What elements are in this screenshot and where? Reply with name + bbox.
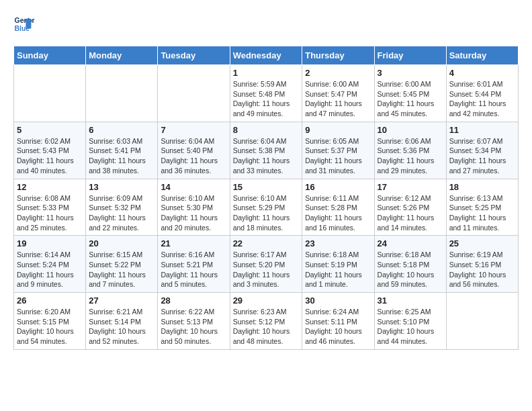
calendar-cell: 15Sunrise: 6:10 AM Sunset: 5:29 PM Dayli… (230, 179, 302, 236)
day-number: 6 (89, 125, 154, 135)
day-number: 29 (233, 295, 300, 306)
day-info: Sunrise: 6:09 AM Sunset: 5:32 PM Dayligh… (89, 193, 154, 233)
day-number: 11 (449, 125, 515, 135)
day-number: 3 (378, 68, 443, 78)
calendar-cell: 14Sunrise: 6:10 AM Sunset: 5:30 PM Dayli… (158, 179, 230, 236)
day-info: Sunrise: 6:05 AM Sunset: 5:37 PM Dayligh… (305, 136, 371, 176)
day-info: Sunrise: 6:14 AM Sunset: 5:24 PM Dayligh… (17, 250, 83, 289)
day-info: Sunrise: 6:10 AM Sunset: 5:30 PM Dayligh… (161, 193, 226, 233)
calendar-cell: 8Sunrise: 6:04 AM Sunset: 5:38 PM Daylig… (230, 122, 302, 179)
day-info: Sunrise: 6:04 AM Sunset: 5:40 PM Dayligh… (161, 136, 226, 176)
day-number: 19 (17, 238, 83, 248)
day-number: 9 (305, 125, 371, 135)
calendar-cell: 21Sunrise: 6:16 AM Sunset: 5:21 PM Dayli… (158, 236, 230, 293)
calendar-cell: 9Sunrise: 6:05 AM Sunset: 5:37 PM Daylig… (302, 122, 374, 179)
day-number: 27 (89, 295, 154, 306)
weekday-header-saturday: Saturday (446, 46, 518, 65)
weekday-header-sunday: Sunday (14, 46, 86, 65)
calendar-week-row: 1Sunrise: 5:59 AM Sunset: 5:48 PM Daylig… (14, 65, 519, 122)
day-info: Sunrise: 5:59 AM Sunset: 5:48 PM Dayligh… (233, 79, 300, 119)
day-number: 22 (233, 238, 300, 248)
calendar-cell: 20Sunrise: 6:15 AM Sunset: 5:22 PM Dayli… (86, 236, 158, 293)
day-info: Sunrise: 6:12 AM Sunset: 5:26 PM Dayligh… (378, 193, 443, 233)
calendar-cell (158, 65, 230, 122)
day-number: 10 (378, 125, 443, 135)
day-info: Sunrise: 6:25 AM Sunset: 5:10 PM Dayligh… (378, 307, 443, 347)
calendar-cell: 29Sunrise: 6:23 AM Sunset: 5:12 PM Dayli… (230, 293, 302, 350)
day-info: Sunrise: 6:22 AM Sunset: 5:13 PM Dayligh… (161, 307, 226, 347)
day-number: 1 (233, 68, 300, 78)
weekday-header-friday: Friday (374, 46, 446, 65)
calendar-cell: 27Sunrise: 6:21 AM Sunset: 5:14 PM Dayli… (86, 293, 158, 350)
weekday-header-wednesday: Wednesday (230, 46, 302, 65)
day-number: 4 (449, 68, 515, 78)
weekday-header-monday: Monday (86, 46, 158, 65)
day-number: 23 (305, 238, 371, 248)
calendar-cell (14, 65, 86, 122)
day-number: 13 (89, 182, 154, 192)
day-number: 24 (378, 238, 443, 248)
day-info: Sunrise: 6:04 AM Sunset: 5:38 PM Dayligh… (233, 136, 300, 176)
day-number: 16 (305, 182, 371, 192)
day-number: 26 (17, 295, 83, 306)
calendar-week-row: 26Sunrise: 6:20 AM Sunset: 5:15 PM Dayli… (14, 293, 519, 350)
day-info: Sunrise: 6:18 AM Sunset: 5:18 PM Dayligh… (378, 250, 443, 289)
calendar-cell: 12Sunrise: 6:08 AM Sunset: 5:33 PM Dayli… (14, 179, 86, 236)
day-info: Sunrise: 6:01 AM Sunset: 5:44 PM Dayligh… (449, 79, 515, 119)
calendar-table: SundayMondayTuesdayWednesdayThursdayFrid… (13, 46, 519, 350)
day-info: Sunrise: 6:10 AM Sunset: 5:29 PM Dayligh… (233, 193, 300, 233)
weekday-header-thursday: Thursday (302, 46, 374, 65)
day-info: Sunrise: 6:00 AM Sunset: 5:45 PM Dayligh… (378, 79, 443, 119)
day-info: Sunrise: 6:18 AM Sunset: 5:19 PM Dayligh… (305, 250, 371, 289)
logo-icon: General Blue (13, 13, 35, 35)
day-info: Sunrise: 6:11 AM Sunset: 5:28 PM Dayligh… (305, 193, 371, 233)
day-number: 7 (161, 125, 226, 135)
day-number: 28 (161, 295, 226, 306)
calendar-week-row: 5Sunrise: 6:02 AM Sunset: 5:43 PM Daylig… (14, 122, 519, 179)
day-number: 20 (89, 238, 154, 248)
calendar-cell: 26Sunrise: 6:20 AM Sunset: 5:15 PM Dayli… (14, 293, 86, 350)
day-info: Sunrise: 6:17 AM Sunset: 5:20 PM Dayligh… (233, 250, 300, 289)
calendar-cell (86, 65, 158, 122)
day-info: Sunrise: 6:24 AM Sunset: 5:11 PM Dayligh… (305, 307, 371, 347)
day-number: 30 (305, 295, 371, 306)
calendar-cell: 24Sunrise: 6:18 AM Sunset: 5:18 PM Dayli… (374, 236, 446, 293)
calendar-cell: 1Sunrise: 5:59 AM Sunset: 5:48 PM Daylig… (230, 65, 302, 122)
calendar-week-row: 12Sunrise: 6:08 AM Sunset: 5:33 PM Dayli… (14, 179, 519, 236)
day-info: Sunrise: 6:20 AM Sunset: 5:15 PM Dayligh… (17, 307, 83, 347)
day-info: Sunrise: 6:19 AM Sunset: 5:16 PM Dayligh… (449, 250, 515, 289)
calendar-cell: 23Sunrise: 6:18 AM Sunset: 5:19 PM Dayli… (302, 236, 374, 293)
calendar-cell: 4Sunrise: 6:01 AM Sunset: 5:44 PM Daylig… (446, 65, 518, 122)
day-info: Sunrise: 6:16 AM Sunset: 5:21 PM Dayligh… (161, 250, 226, 289)
day-number: 12 (17, 182, 83, 192)
calendar-cell: 7Sunrise: 6:04 AM Sunset: 5:40 PM Daylig… (158, 122, 230, 179)
day-number: 8 (233, 125, 300, 135)
day-number: 15 (233, 182, 300, 192)
day-number: 5 (17, 125, 83, 135)
day-info: Sunrise: 6:00 AM Sunset: 5:47 PM Dayligh… (305, 79, 371, 119)
weekday-header-tuesday: Tuesday (158, 46, 230, 65)
day-info: Sunrise: 6:08 AM Sunset: 5:33 PM Dayligh… (17, 193, 83, 233)
day-number: 18 (449, 182, 515, 192)
calendar-cell: 30Sunrise: 6:24 AM Sunset: 5:11 PM Dayli… (302, 293, 374, 350)
calendar-cell: 6Sunrise: 6:03 AM Sunset: 5:41 PM Daylig… (86, 122, 158, 179)
logo: General Blue (13, 13, 35, 35)
day-info: Sunrise: 6:13 AM Sunset: 5:25 PM Dayligh… (449, 193, 515, 233)
calendar-cell: 28Sunrise: 6:22 AM Sunset: 5:13 PM Dayli… (158, 293, 230, 350)
calendar-cell: 19Sunrise: 6:14 AM Sunset: 5:24 PM Dayli… (14, 236, 86, 293)
calendar-cell: 10Sunrise: 6:06 AM Sunset: 5:36 PM Dayli… (374, 122, 446, 179)
day-info: Sunrise: 6:07 AM Sunset: 5:34 PM Dayligh… (449, 136, 515, 176)
calendar-cell: 31Sunrise: 6:25 AM Sunset: 5:10 PM Dayli… (374, 293, 446, 350)
day-info: Sunrise: 6:15 AM Sunset: 5:22 PM Dayligh… (89, 250, 154, 289)
day-info: Sunrise: 6:02 AM Sunset: 5:43 PM Dayligh… (17, 136, 83, 176)
day-info: Sunrise: 6:21 AM Sunset: 5:14 PM Dayligh… (89, 307, 154, 347)
calendar-cell: 17Sunrise: 6:12 AM Sunset: 5:26 PM Dayli… (374, 179, 446, 236)
day-number: 31 (378, 295, 443, 306)
page-header: General Blue (13, 13, 519, 35)
day-number: 17 (378, 182, 443, 192)
calendar-cell: 11Sunrise: 6:07 AM Sunset: 5:34 PM Dayli… (446, 122, 518, 179)
day-info: Sunrise: 6:03 AM Sunset: 5:41 PM Dayligh… (89, 136, 154, 176)
calendar-week-row: 19Sunrise: 6:14 AM Sunset: 5:24 PM Dayli… (14, 236, 519, 293)
calendar-cell: 5Sunrise: 6:02 AM Sunset: 5:43 PM Daylig… (14, 122, 86, 179)
calendar-cell: 22Sunrise: 6:17 AM Sunset: 5:20 PM Dayli… (230, 236, 302, 293)
